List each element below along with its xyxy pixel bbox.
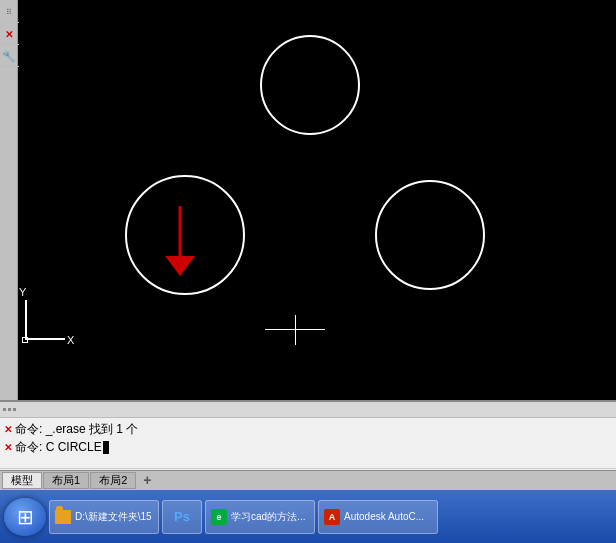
learn-icon: e — [211, 509, 227, 525]
toolbar-x-icon[interactable]: ✕ — [0, 25, 19, 45]
cmd-line-erase: ✕ 命令: _.erase 找到 1 个 — [4, 420, 612, 438]
circle-left — [125, 175, 245, 295]
tab-model-label: 模型 — [11, 473, 33, 488]
taskbar-folder-btn[interactable]: D:\新建文件夹\15 — [49, 500, 159, 534]
cmd-x-icon-1: ✕ — [4, 422, 12, 437]
cmd-header-dots — [3, 408, 16, 411]
learn-label: 学习cad的方法... — [231, 510, 305, 524]
autocad-icon: A — [324, 509, 340, 525]
y-axis — [25, 300, 27, 340]
circle-right — [375, 180, 485, 290]
cmd-circle-cursor — [103, 441, 109, 454]
tab-model[interactable]: 模型 — [2, 472, 42, 489]
circle-top — [260, 35, 360, 135]
folder-icon — [55, 510, 71, 524]
tab-layout2[interactable]: 布局2 — [90, 472, 136, 489]
left-toolbar: ⠿ ✕ 🔧 — [0, 0, 18, 400]
tab-layout1-label: 布局1 — [52, 473, 80, 488]
toolbar-dots-icon[interactable]: ⠿ — [0, 3, 19, 23]
tab-layout2-label: 布局2 — [99, 473, 127, 488]
cad-canvas[interactable]: Y X — [0, 0, 616, 400]
cmd-line-circle: ✕ 命令: C CIRCLE — [4, 438, 612, 456]
cmd-erase-text: 命令: _.erase 找到 1 个 — [15, 420, 138, 438]
taskbar: ⊞ D:\新建文件夹\15 Ps e 学习cad的方法... A Autodes… — [0, 490, 616, 543]
y-axis-label: Y — [19, 286, 26, 298]
start-button[interactable]: ⊞ — [4, 498, 46, 536]
tab-bar: 模型 布局1 布局2 + — [0, 470, 616, 490]
dot2 — [8, 408, 11, 411]
windows-logo-icon: ⊞ — [17, 505, 34, 529]
cmd-circle-input-text: 命令: C CIRCLE — [15, 438, 102, 456]
taskbar-ps-btn[interactable]: Ps — [162, 500, 202, 534]
x-axis-label: X — [67, 334, 74, 346]
x-axis — [25, 338, 65, 340]
cmd-x-icon-2: ✕ — [4, 440, 12, 455]
taskbar-autocad-btn[interactable]: A Autodesk AutoC... — [318, 500, 438, 534]
axis-origin — [22, 337, 28, 343]
toolbar-wrench-icon[interactable]: 🔧 — [0, 47, 19, 67]
dot1 — [3, 408, 6, 411]
tab-layout1[interactable]: 布局1 — [43, 472, 89, 489]
autocad-label: Autodesk AutoC... — [344, 511, 424, 522]
cursor-vertical — [295, 315, 296, 345]
command-lines: ✕ 命令: _.erase 找到 1 个 ✕ 命令: C CIRCLE — [0, 418, 616, 468]
taskbar-learn-btn[interactable]: e 学习cad的方法... — [205, 500, 315, 534]
ps-icon: Ps — [174, 509, 190, 524]
tab-add-button[interactable]: + — [137, 471, 157, 490]
cursor-horizontal — [265, 329, 325, 330]
command-header — [0, 402, 616, 418]
folder-label: D:\新建文件夹\15 — [75, 510, 152, 524]
dot3 — [13, 408, 16, 411]
